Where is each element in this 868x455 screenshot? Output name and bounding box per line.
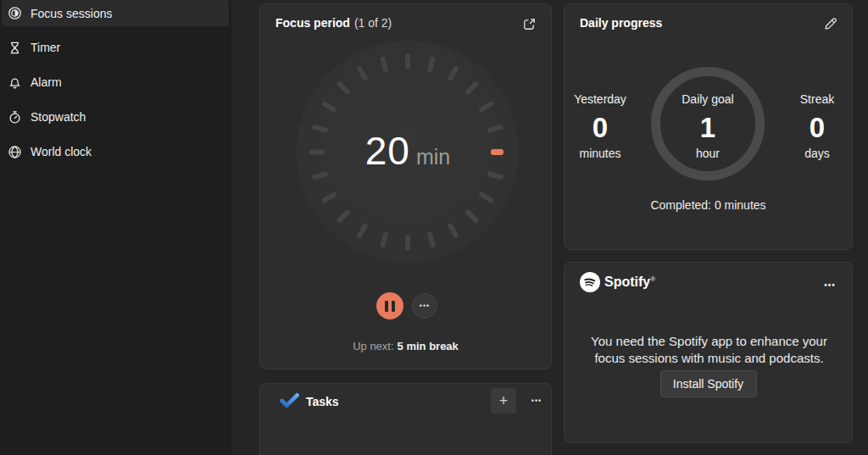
timer-tick <box>321 100 337 113</box>
timer-tick <box>478 191 494 203</box>
timer-value: 20 <box>365 129 410 173</box>
spotify-more-button[interactable]: ••• <box>821 276 838 293</box>
add-task-button[interactable]: + <box>491 388 516 413</box>
daily-progress-card: Daily progress Yesterday 0 minutes Daily… <box>564 3 853 250</box>
ellipsis-icon: ••• <box>824 280 836 290</box>
timer-tick <box>337 208 352 224</box>
hourglass-icon <box>6 39 23 56</box>
streak-unit: days <box>771 147 864 160</box>
yesterday-stat: Yesterday 0 minutes <box>554 92 647 160</box>
spotify-logo-icon <box>580 272 600 292</box>
stopwatch-icon <box>6 108 23 125</box>
tasks-card: Tasks + ••• <box>259 383 552 455</box>
pause-button[interactable] <box>376 292 403 319</box>
focus-period-title: Focus period(1 of 2) <box>275 16 392 30</box>
globe-icon <box>6 143 23 160</box>
yesterday-label: Yesterday <box>554 92 647 106</box>
clock-app-window: Focus sessions Timer Alarm <box>0 0 868 455</box>
sidebar-item-alarm[interactable]: Alarm <box>2 69 229 96</box>
completed-status: Completed: 0 minutes <box>565 198 852 212</box>
install-spotify-button[interactable]: Install Spotify <box>660 370 757 397</box>
timer-tick <box>380 230 389 247</box>
popout-icon[interactable] <box>520 15 537 32</box>
todo-checkmark-icon <box>280 392 299 408</box>
sidebar-item-label: Stopwatch <box>31 110 86 124</box>
timer-tick <box>405 53 410 69</box>
daily-goal-unit: hour <box>661 147 754 160</box>
timer-tick <box>465 80 480 96</box>
sidebar-item-timer[interactable]: Timer <box>2 34 229 61</box>
sidebar-item-world-clock[interactable]: World clock <box>2 138 229 165</box>
up-next-value: 5 min break <box>398 340 459 352</box>
tasks-more-button[interactable]: ••• <box>524 388 549 413</box>
timer-tick <box>380 56 389 73</box>
timer-tick <box>447 222 459 238</box>
up-next-status: Up next:5 min break <box>260 340 551 352</box>
sidebar-item-stopwatch[interactable]: Stopwatch <box>2 103 229 130</box>
daily-goal-label: Daily goal <box>661 92 754 106</box>
timer-tick <box>447 65 459 81</box>
pencil-icon[interactable] <box>821 15 838 32</box>
focus-icon <box>6 5 23 22</box>
focus-period-card: Focus period(1 of 2) 20min ••• Up next:5… <box>259 3 552 369</box>
timer-dial[interactable]: 20min <box>297 41 519 263</box>
focus-period-count: (1 of 2) <box>354 16 392 30</box>
pause-icon <box>385 301 388 312</box>
bell-icon <box>6 74 23 91</box>
yesterday-unit: minutes <box>554 147 647 160</box>
yesterday-value: 0 <box>554 113 647 143</box>
spotify-brand: Spotify® <box>604 275 655 290</box>
timer-tick <box>426 230 436 247</box>
focus-more-button[interactable]: ••• <box>412 293 437 319</box>
timer-tick <box>356 222 369 238</box>
timer-remaining: 20min <box>297 128 519 174</box>
daily-goal-value: 1 <box>661 113 754 143</box>
sidebar: Focus sessions Timer Alarm <box>0 0 231 455</box>
streak-label: Streak <box>771 92 864 106</box>
spotify-message: You need the Spotify app to enhance your… <box>581 333 837 367</box>
timer-unit: min <box>416 145 450 169</box>
sidebar-item-label: Alarm <box>31 75 62 89</box>
daily-goal-stat: Daily goal 1 hour <box>661 92 754 160</box>
plus-icon: + <box>499 393 509 408</box>
ellipsis-icon: ••• <box>531 397 542 405</box>
sidebar-item-focus-sessions[interactable]: Focus sessions <box>2 0 229 26</box>
registered-mark: ® <box>650 275 655 283</box>
sidebar-item-label: Focus sessions <box>31 7 112 20</box>
sidebar-item-label: World clock <box>31 145 92 158</box>
sidebar-item-label: Timer <box>31 41 60 54</box>
ellipsis-icon: ••• <box>420 302 430 310</box>
timer-tick <box>405 235 410 251</box>
streak-stat: Streak 0 days <box>771 92 864 160</box>
timer-tick <box>465 208 480 224</box>
spotify-card: Spotify® ••• You need the Spotify app to… <box>564 262 853 443</box>
daily-progress-title: Daily progress <box>580 16 662 30</box>
timer-tick <box>426 56 436 73</box>
streak-value: 0 <box>771 113 864 143</box>
timer-tick <box>321 191 337 203</box>
timer-tick <box>356 65 369 81</box>
timer-tick <box>478 100 494 113</box>
timer-tick <box>337 80 352 96</box>
tasks-title: Tasks <box>306 395 339 408</box>
